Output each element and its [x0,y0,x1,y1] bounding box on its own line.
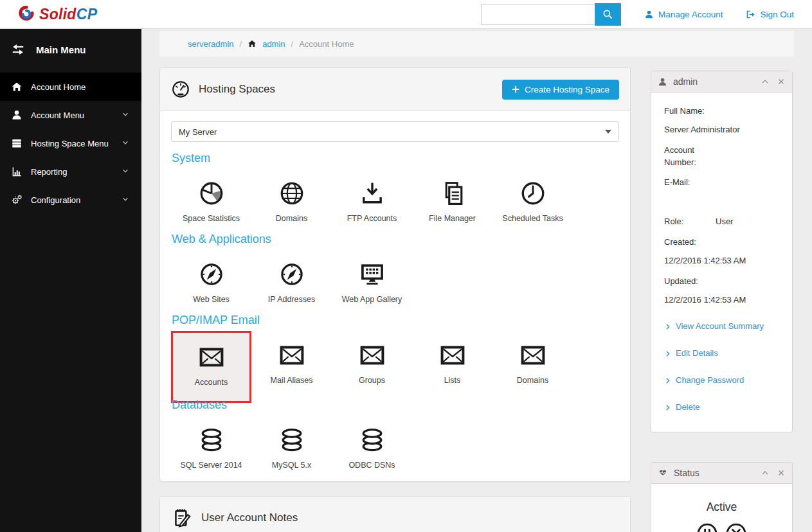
envelope-icon [278,342,305,369]
admin-field-label: Created: [664,236,779,249]
tile-icon-box [278,179,305,207]
solidcp-logo[interactable]: SolidCP [17,4,97,24]
sidebar-header[interactable]: Main Menu [0,29,141,73]
search-bar [481,3,621,26]
sidebar-menu: Account HomeAccount MenuHosting Space Me… [0,73,141,214]
admin-field-value: 12/2/2016 1:42:53 AM [664,294,779,306]
tile-accounts[interactable]: Accounts [171,331,251,403]
tile-scheduled-tasks[interactable]: Scheduled Tasks [492,179,573,223]
admin-links: View Account SummaryEdit DetailsChange P… [664,321,779,413]
sign-out-link[interactable]: Sign Out [746,10,794,19]
search-icon [602,8,613,20]
admin-field-label: Role: [664,216,716,228]
admin-field-label: Updated: [664,276,779,288]
status-widget-title: Status [674,468,699,478]
breadcrumb-separator: / [291,39,294,49]
search-button[interactable] [595,3,621,26]
gauge-icon [171,80,190,99]
admin-link-change-password[interactable]: Change Password [664,375,779,387]
notes-header: User Account Notes [160,497,630,532]
breadcrumb-item[interactable]: admin [262,39,285,49]
tile-icon-box [359,179,386,207]
globe-icon [278,180,305,207]
admin-field-label: E-Mail: [664,177,779,189]
hosting-spaces-header: Hosting Spaces Create Hosting Space [160,68,630,111]
create-hosting-space-button[interactable]: Create Hosting Space [502,80,619,100]
compass-icon [198,261,225,288]
notepad-icon [171,507,193,529]
sidebar-item-label: Reporting [31,167,67,177]
sidebar-item-hosting-space-menu[interactable]: Hosting Space Menu [0,129,141,157]
tile-icon-box [439,341,466,369]
admin-link-view-account-summary[interactable]: View Account Summary [664,321,779,333]
admin-field-label: Account Number: [664,145,723,169]
pause-circle-icon[interactable] [696,522,718,532]
heartbeat-icon [658,468,668,478]
sidebar-item-reporting[interactable]: Reporting [0,157,141,186]
close-icon[interactable] [777,468,786,477]
tile-icon-box [278,260,305,288]
sidebar-title: Main Menu [36,44,86,55]
admin-link-edit-details[interactable]: Edit Details [664,348,779,360]
tile-web-sites[interactable]: Web Sites [171,260,251,304]
collapse-icon[interactable] [761,77,770,86]
chevron-right-icon [664,377,671,384]
sidebar-item-label: Account Menu [31,111,84,120]
tile-web-app-gallery[interactable]: Web App Gallery [332,260,412,304]
sidebar-item-label: Configuration [31,195,80,205]
tile-label: Groups [359,376,385,385]
tile-mail-aliases[interactable]: Mail Aliases [251,341,332,385]
app-gallery-icon [359,261,386,288]
tile-icon-box [278,341,305,369]
chevron-right-icon [664,404,671,411]
user-icon [11,109,23,121]
tile-row: Web SitesIP AddressesWeb App Gallery [171,260,619,304]
tile-file-manager[interactable]: File Manager [412,179,492,223]
tile-mysql-5-x[interactable]: MySQL 5.x [251,425,332,470]
tile-domains[interactable]: Domains [492,341,573,385]
admin-link-label: View Account Summary [676,321,764,333]
tile-ftp-accounts[interactable]: FTP Accounts [332,179,412,223]
tile-icon-box [198,179,225,207]
tile-label: File Manager [429,214,476,223]
tile-odbc-dsns[interactable]: ODBC DSNs [332,425,412,470]
manage-account-link[interactable]: Manage Account [644,10,723,19]
tile-domains[interactable]: Domains [251,179,332,223]
tile-icon-box [519,179,546,207]
sidebar-item-account-menu[interactable]: Account Menu [0,101,141,129]
admin-field-value: Server Administrator [664,124,779,136]
server-select[interactable]: My Server [171,121,619,142]
collapse-icon[interactable] [761,468,770,477]
hosting-sections: SystemSpace StatisticsDomainsFTP Account… [171,152,619,470]
sidebar-item-label: Account Home [31,82,86,92]
notes-title: User Account Notes [201,511,298,524]
admin-link-label: Change Password [676,375,744,387]
tile-label: FTP Accounts [347,214,397,223]
tile-sql-server-2014[interactable]: SQL Server 2014 [171,425,251,470]
tile-row: SQL Server 2014MySQL 5.xODBC DSNs [171,425,619,470]
user-account-notes-panel: User Account Notes [159,496,631,532]
close-icon[interactable] [777,77,786,86]
tile-label: Domains [276,214,307,223]
pie-chart-icon [198,180,225,207]
admin-field-value: User [716,216,733,228]
tile-label: Web App Gallery [342,295,402,304]
search-input[interactable] [481,4,595,25]
breadcrumb-separator: / [240,39,242,49]
tile-ip-addresses[interactable]: IP Addresses [251,260,332,304]
admin-link-label: Edit Details [676,348,718,360]
compass-icon [278,261,305,288]
admin-link-delete[interactable]: Delete [664,402,779,414]
tile-space-statistics[interactable]: Space Statistics [171,179,251,223]
tile-groups[interactable]: Groups [332,341,412,385]
admin-field-label: Full Name: [664,105,779,118]
tile-lists[interactable]: Lists [412,341,492,385]
breadcrumb-item[interactable]: serveradmin [188,39,234,49]
download-icon [359,180,386,207]
sidebar-item-account-home[interactable]: Account Home [0,73,141,101]
sidebar-item-configuration[interactable]: Configuration [0,186,141,214]
database-icon [278,427,305,454]
cross-circle-icon[interactable] [725,522,747,532]
tile-label: Accounts [195,378,228,387]
bar-chart-icon [11,166,23,177]
